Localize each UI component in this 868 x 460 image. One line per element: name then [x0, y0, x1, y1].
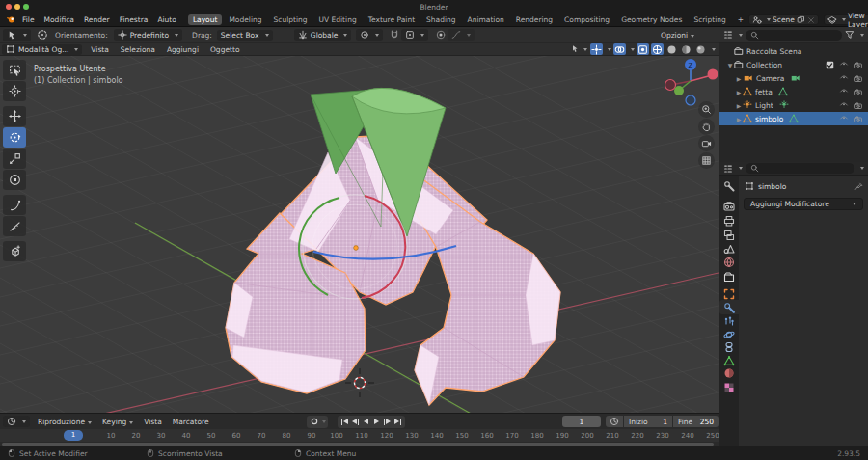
workspace-tab-shading[interactable]: Shading [421, 14, 460, 25]
hide-eye-icon[interactable] [839, 115, 849, 122]
collapse-icon[interactable]: ▼ [726, 62, 734, 68]
properties-tab-constraints[interactable] [719, 339, 739, 354]
toggle-ortho-button[interactable] [698, 152, 715, 169]
snap-target-dropdown[interactable] [401, 29, 428, 41]
render-visibility-icon[interactable] [854, 88, 863, 96]
viewport-menu-seleziona[interactable]: Seleziona [121, 45, 155, 54]
menu-finestra[interactable]: Finestra [120, 15, 149, 24]
properties-tab-particles[interactable] [719, 313, 739, 328]
annotate-tool[interactable] [3, 195, 26, 215]
rotate-tool[interactable] [3, 127, 26, 148]
drag-dropdown[interactable]: Select Box [217, 30, 273, 41]
proportional-editing-toggle[interactable] [436, 30, 446, 40]
properties-tab-scene[interactable] [719, 241, 739, 256]
pivot-point-dropdown[interactable] [356, 29, 383, 41]
toggle-xray-button[interactable] [637, 43, 649, 55]
cursor-tool[interactable] [3, 81, 26, 101]
timeline-ruler[interactable]: 1 10203040506070809010011012013014015016… [0, 429, 719, 442]
expand-icon[interactable]: ▶ [735, 89, 743, 95]
copy-icon[interactable] [797, 15, 805, 24]
measure-tool[interactable] [3, 216, 26, 236]
transform-orientation-dropdown[interactable]: Globale [294, 29, 352, 41]
menu-file[interactable]: File [22, 15, 35, 24]
timeline-menu-keying[interactable]: Keying [102, 418, 133, 426]
viewport-menu-oggetto[interactable]: Oggetto [210, 45, 240, 54]
axis-x-ball[interactable] [708, 69, 719, 80]
outliner-display-mode-dropdown[interactable] [723, 30, 733, 40]
properties-tab-object[interactable] [719, 286, 739, 301]
workspace-tab-texture-paint[interactable]: Texture Paint [364, 14, 420, 25]
outliner-row-camera[interactable]: ▶Camera [719, 71, 868, 85]
render-visibility-icon[interactable] [854, 74, 863, 83]
shading-material-button[interactable] [680, 43, 692, 55]
properties-tab-render[interactable] [719, 199, 739, 213]
show-gizmo-toggle[interactable] [590, 43, 603, 55]
jump-end-button[interactable] [393, 417, 403, 427]
auto-keying-button[interactable] [307, 416, 328, 428]
blender-logo-icon[interactable] [6, 15, 16, 24]
hide-eye-icon[interactable] [839, 88, 849, 95]
workspace-tab-sculpting[interactable]: Sculpting [269, 14, 312, 25]
outliner-row-fetta[interactable]: ▶fetta [719, 85, 868, 98]
object-visibility-dropdown[interactable] [569, 43, 588, 55]
properties-tab-tool[interactable] [719, 178, 739, 193]
menu-aiuto[interactable]: Aiuto [157, 15, 176, 24]
view-layer-selector[interactable]: View Layer [824, 14, 868, 25]
expand-icon[interactable]: ▶ [735, 102, 743, 109]
render-visibility-icon[interactable] [854, 101, 863, 110]
timeline-menu-vista[interactable]: Vista [144, 418, 162, 426]
add-cube-tool[interactable] [3, 241, 26, 261]
hide-eye-icon[interactable] [839, 101, 849, 109]
render-visibility-icon[interactable] [854, 61, 863, 69]
workspace-tab-compositing[interactable]: Compositing [559, 14, 614, 25]
menu-modifica[interactable]: Modifica [44, 15, 74, 24]
viewport-menu-vista[interactable]: Vista [91, 45, 109, 54]
outliner-row-simbolo[interactable]: ▶simbolo [719, 112, 868, 125]
next-keyframe-button[interactable] [382, 417, 393, 427]
snap-toggle[interactable] [390, 30, 399, 40]
jump-start-button[interactable] [339, 417, 350, 427]
hide-eye-icon[interactable] [839, 61, 849, 68]
scale-tool[interactable] [3, 149, 26, 169]
properties-tab-collection[interactable] [719, 269, 739, 284]
options-menu[interactable]: Opzioni [661, 31, 694, 40]
timeline-menu-riproduzione[interactable]: Riproduzione [38, 418, 92, 426]
properties-tab-output[interactable] [719, 213, 739, 228]
properties-tab-world[interactable] [719, 255, 739, 269]
workspace-tab-modeling[interactable]: Modeling [224, 14, 266, 25]
prev-keyframe-button[interactable] [350, 417, 361, 427]
falloff-dropdown[interactable] [448, 29, 475, 41]
use-preview-range-button[interactable] [606, 416, 623, 427]
viewport-menu-aggiungi[interactable]: Aggiungi [167, 45, 199, 54]
move-tool[interactable] [3, 106, 26, 126]
workspace-tab-scripting[interactable]: Scripting [689, 14, 730, 25]
workspace-tab-rendering[interactable]: Rendering [511, 14, 557, 25]
pin-icon[interactable] [854, 182, 863, 191]
expand-icon[interactable]: ▶ [735, 75, 743, 82]
collection-checkbox[interactable] [826, 61, 834, 69]
play-reverse-button[interactable] [361, 417, 371, 427]
orientation-dropdown[interactable]: Predefinito [114, 29, 182, 41]
outliner-row-scene-collection[interactable]: Raccolta Scena [719, 44, 868, 58]
properties-search-input[interactable] [746, 163, 854, 174]
shading-solid-button[interactable] [665, 43, 678, 55]
shading-wireframe-button[interactable] [651, 43, 664, 55]
menu-render[interactable]: Render [84, 15, 110, 24]
properties-tab-texture[interactable] [719, 380, 739, 394]
hide-eye-icon[interactable] [839, 74, 849, 82]
workspace-tab-uv-editing[interactable]: UV Editing [314, 14, 362, 25]
outliner-row-light[interactable]: ▶Light [719, 98, 868, 112]
render-visibility-icon[interactable] [854, 115, 863, 123]
timeline-editor-type-button[interactable] [3, 416, 30, 427]
properties-tab-modifiers[interactable] [719, 300, 739, 314]
axis-x-neg-ball[interactable] [665, 80, 676, 91]
editor-type-button[interactable] [3, 29, 31, 41]
frame-start-field[interactable]: Inizio1 [624, 416, 672, 427]
axis-z-neg-ball[interactable] [686, 95, 695, 105]
shading-rendered-button[interactable] [694, 43, 707, 55]
close-icon[interactable] [807, 16, 815, 24]
interaction-mode-dropdown[interactable]: Modalità Og... [2, 44, 82, 55]
add-modifier-dropdown[interactable]: Aggiungi Modificatore [744, 198, 863, 210]
workspace-tab-layout[interactable]: Layout [188, 14, 223, 25]
play-button[interactable] [371, 417, 382, 427]
